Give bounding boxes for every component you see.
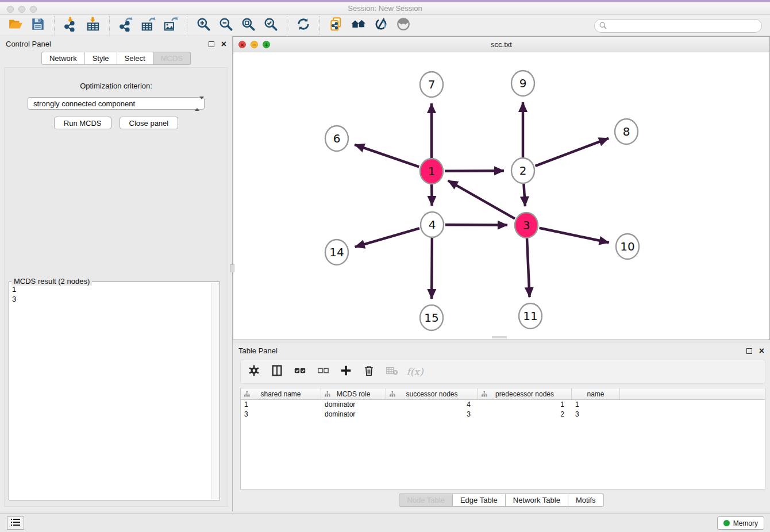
table-cell[interactable]: 1 [241, 400, 321, 410]
column-header-predecessor-nodes[interactable]: predecessor nodes [478, 388, 572, 399]
float-table-panel-icon[interactable] [746, 348, 752, 354]
table-cell[interactable]: dominator [321, 400, 386, 410]
graph-node-15[interactable]: 15 [420, 305, 443, 330]
show-hide-panels-button[interactable] [395, 17, 412, 34]
graph-node-3[interactable]: 3 [515, 213, 538, 238]
node-table[interactable]: shared nameMCDS rolesuccessor nodesprede… [240, 388, 765, 489]
graph-node-9[interactable]: 9 [511, 71, 534, 96]
table-cell[interactable]: 1 [572, 400, 620, 410]
insert-column-button[interactable] [270, 364, 284, 379]
open-session-button[interactable] [7, 17, 24, 34]
close-table-panel-icon[interactable] [759, 348, 764, 354]
graph-node-11[interactable]: 11 [519, 303, 542, 329]
splitter-handle[interactable] [230, 264, 234, 272]
graph-edge-1-2[interactable] [445, 171, 504, 171]
graph-node-10[interactable]: 10 [616, 234, 639, 259]
network-canvas[interactable]: 7968124314101511 [233, 52, 769, 340]
search-input[interactable] [594, 19, 762, 33]
graph-node-2[interactable]: 2 [511, 158, 534, 183]
table-tab-edge-table[interactable]: Edge Table [453, 494, 506, 507]
canvas-scroll-hint[interactable] [492, 336, 507, 338]
network-window-titlebar[interactable]: scc.txt [233, 37, 769, 52]
graph-edge-3-11[interactable] [527, 238, 530, 297]
table-tab-motifs[interactable]: Motifs [568, 494, 604, 507]
table-cell[interactable]: dominator [321, 410, 386, 419]
save-session-button[interactable] [29, 17, 47, 34]
export-table-button[interactable] [140, 17, 157, 34]
mcds-result-text[interactable]: 1 3 [12, 284, 209, 498]
delete-table-button[interactable] [384, 364, 399, 379]
table-cell[interactable]: 3 [572, 410, 620, 419]
graph-edge-3-10[interactable] [540, 228, 609, 242]
graph-node-14[interactable]: 14 [325, 240, 348, 265]
hide-graphics-details-button[interactable] [372, 17, 390, 34]
table-cell[interactable]: 2 [478, 410, 572, 419]
table-tab-node-table[interactable]: Node Table [399, 494, 453, 507]
svg-text:4: 4 [429, 218, 436, 232]
deselect-all-rows-button[interactable] [315, 364, 330, 379]
svg-text:6: 6 [333, 132, 341, 145]
tab-mcds[interactable]: MCDS [153, 52, 191, 65]
graph-node-7[interactable]: 7 [420, 72, 443, 97]
delete-table-icon [386, 364, 398, 379]
houses-icon [351, 17, 366, 34]
export-image-button[interactable] [162, 17, 179, 34]
table-row[interactable]: 3dominator323 [241, 410, 765, 419]
select-all-rows-button[interactable] [292, 364, 307, 379]
close-panel-icon[interactable] [221, 41, 226, 47]
add-row-button[interactable] [338, 364, 353, 379]
result-scrollbar[interactable] [211, 283, 219, 499]
clone-network-button[interactable] [328, 17, 345, 34]
column-header-name[interactable]: name [572, 388, 620, 399]
table-cell[interactable]: 3 [386, 410, 478, 419]
graph-edge-4-3[interactable] [445, 225, 507, 225]
refresh-layout-button[interactable] [295, 17, 312, 34]
zoom-selected-button[interactable] [262, 17, 279, 34]
tab-select[interactable]: Select [117, 52, 153, 65]
zoom-in-button[interactable] [195, 17, 212, 34]
table-cell[interactable]: 3 [241, 410, 321, 419]
graph-node-6[interactable]: 6 [325, 126, 348, 151]
tab-style[interactable]: Style [85, 52, 117, 65]
memory-button[interactable]: Memory [717, 516, 764, 530]
network-view-window: scc.txt 7968124314101511 [233, 36, 770, 340]
fx-icon: f(x) [406, 366, 423, 377]
graph-edge-2-8[interactable] [536, 138, 609, 166]
hierarchy-icon [481, 391, 488, 398]
hierarchy-icon [244, 391, 251, 398]
show-panels-button[interactable] [7, 516, 24, 530]
export-network-button[interactable] [117, 17, 134, 34]
table-cell[interactable]: 4 [386, 400, 478, 410]
graph-node-4[interactable]: 4 [421, 212, 444, 237]
graph-edge-4-15[interactable] [432, 238, 432, 299]
table-options-button[interactable] [247, 364, 261, 379]
run-mcds-button[interactable]: Run MCDS [54, 117, 111, 129]
open-cyndex-button[interactable] [350, 17, 367, 34]
control-tabs: NetworkStyleSelectMCDS [0, 52, 232, 65]
apply-function-button[interactable]: f(x) [407, 364, 422, 379]
zoom-out-button[interactable] [217, 17, 234, 34]
network-graph[interactable]: 7968124314101511 [233, 52, 769, 340]
column-header-shared-name[interactable]: shared name [241, 388, 321, 399]
table-row[interactable]: 1dominator411 [241, 400, 765, 410]
graph-edge-4-14[interactable] [355, 228, 419, 246]
graph-node-8[interactable]: 8 [615, 119, 638, 144]
graph-edge-1-6[interactable] [355, 145, 419, 167]
tab-network[interactable]: Network [41, 52, 85, 65]
table-cell[interactable]: 1 [478, 400, 572, 410]
graph-edge-2-3[interactable] [523, 184, 525, 206]
import-table-button[interactable] [84, 17, 102, 34]
column-header-mcds-role[interactable]: MCDS role [321, 388, 386, 399]
zoom-fit-button[interactable] [240, 17, 257, 34]
import-network-button[interactable] [62, 17, 79, 34]
close-panel-button[interactable]: Close panel [120, 117, 179, 129]
column-header-successor-nodes[interactable]: successor nodes [386, 388, 478, 399]
delete-row-button[interactable] [361, 364, 376, 379]
svg-text:1: 1 [428, 164, 436, 178]
criterion-dropdown[interactable]: strongly connected component [28, 97, 205, 110]
graph-node-1[interactable]: 1 [420, 159, 443, 184]
float-panel-icon[interactable] [209, 41, 214, 47]
table-tab-network-table[interactable]: Network Table [506, 494, 568, 507]
graph-edge-3-1[interactable] [448, 180, 515, 218]
zoom-selected-icon [263, 17, 278, 34]
